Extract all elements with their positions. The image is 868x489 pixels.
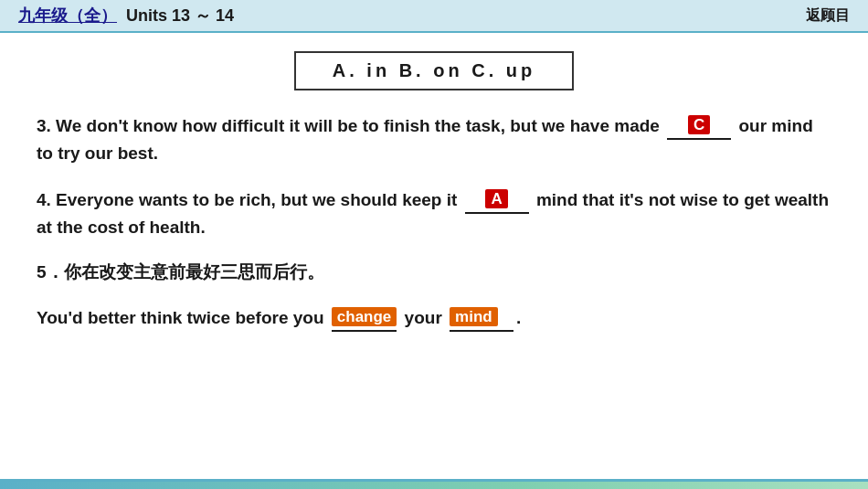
q4-blank: A xyxy=(465,185,529,214)
header-left: 九年级（全） Units 13 ～ 14 xyxy=(18,5,234,27)
q5-answer1: change xyxy=(332,307,397,326)
bottom-bar xyxy=(0,482,868,489)
q5-answer2: mind xyxy=(450,307,498,326)
question-5-chinese: 5．你在改变主意前最好三思而后行。 xyxy=(37,259,831,286)
q5-blank2: mind xyxy=(450,303,513,332)
question-3: 3. We don't know how difficult it will b… xyxy=(37,111,831,168)
q4-text-before: 4. Everyone wants to be rich, but we sho… xyxy=(37,190,462,209)
header-grade: 九年级（全） xyxy=(18,5,117,27)
question-4: 4. Everyone wants to be rich, but we sho… xyxy=(37,185,831,242)
q5-blank1: change xyxy=(332,303,397,332)
header-units: Units 13 ～ 14 xyxy=(126,5,234,27)
q3-text-before: 3. We don't know how difficult it will b… xyxy=(37,116,664,135)
answer-options-container: A. in B. on C. up xyxy=(37,51,831,90)
q5-text-middle: your xyxy=(399,308,447,327)
q5-english-text: You'd better think twice before you chan… xyxy=(37,308,521,327)
q4-answer: A xyxy=(485,189,507,208)
answer-options-box: A. in B. on C. up xyxy=(294,51,574,90)
question-5-english: You'd better think twice before you chan… xyxy=(37,303,831,332)
question-3-text: 3. We don't know how difficult it will b… xyxy=(37,116,813,163)
return-button[interactable]: 返顾目 xyxy=(806,6,850,26)
q3-blank: C xyxy=(667,111,731,140)
question-4-text: 4. Everyone wants to be rich, but we sho… xyxy=(37,190,829,237)
main-content: A. in B. on C. up 3. We don't know how d… xyxy=(0,33,868,357)
q5-chinese-text: 5．你在改变主意前最好三思而后行。 xyxy=(37,262,324,282)
q5-text-before: You'd better think twice before you xyxy=(37,308,329,327)
q5-text-after: . xyxy=(516,308,521,327)
q3-answer: C xyxy=(688,115,710,134)
header-bar: 九年级（全） Units 13 ～ 14 返顾目 xyxy=(0,0,868,33)
